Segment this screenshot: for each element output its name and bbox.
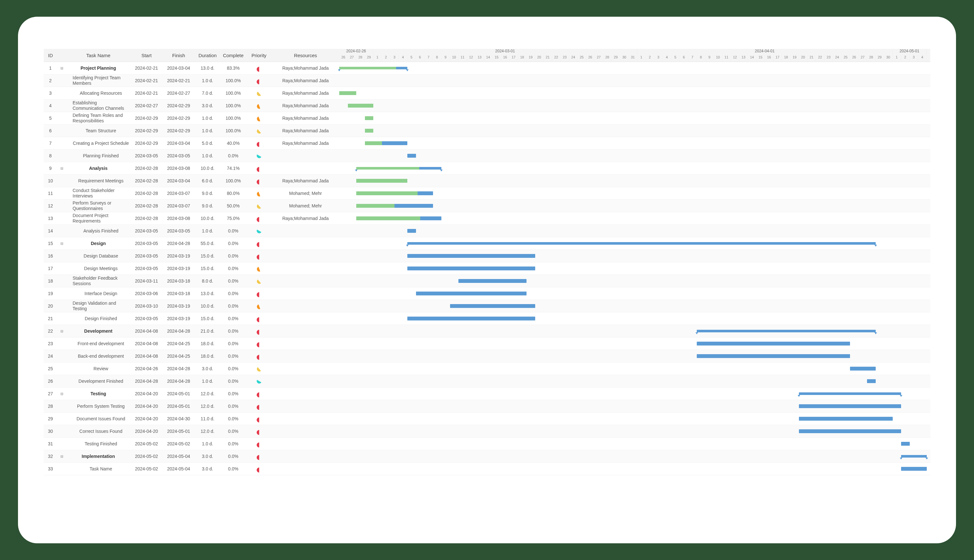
cell-resources[interactable] <box>272 287 339 300</box>
cell-resources[interactable] <box>272 450 339 462</box>
gantt-task-bar[interactable] <box>416 292 527 295</box>
cell-task-name[interactable]: Correct Issues Found <box>66 425 130 437</box>
cell-resources[interactable] <box>272 337 339 350</box>
table-row[interactable]: 6Team Structure2024-02-292024-02-291.0 d… <box>44 125 930 137</box>
cell-complete[interactable]: 0.0% <box>220 237 246 250</box>
cell-duration[interactable]: 12.0 d. <box>195 425 220 437</box>
cell-complete[interactable]: 50.0% <box>220 200 246 212</box>
timeline-cell[interactable] <box>339 100 930 112</box>
cell-priority[interactable] <box>246 187 272 199</box>
cell-resources[interactable]: Raya;Mohammad Jada <box>272 87 339 99</box>
expand-toggle[interactable]: ⊟ <box>57 162 66 174</box>
cell-resources[interactable]: Raya;Mohammad Jada <box>272 137 339 149</box>
cell-duration[interactable]: 13.0 d. <box>195 287 220 300</box>
cell-start[interactable]: 2024-03-05 <box>130 250 163 262</box>
cell-resources[interactable]: Raya;Mohammad Jada <box>272 62 339 74</box>
cell-priority[interactable] <box>246 325 272 337</box>
gantt-task-bar[interactable] <box>850 367 876 370</box>
table-row[interactable]: 13Document Project Requirements2024-02-2… <box>44 212 930 225</box>
gantt-task-bar[interactable] <box>407 229 416 233</box>
col-complete[interactable]: Complete <box>220 49 246 62</box>
cell-priority[interactable] <box>246 425 272 437</box>
cell-resources[interactable] <box>272 463 339 475</box>
cell-task-name[interactable]: Conduct Stakeholder Interviews <box>66 187 130 199</box>
cell-task-name[interactable]: Identifying Project Team Members <box>66 75 130 87</box>
cell-duration[interactable]: 7.0 d. <box>195 87 220 99</box>
cell-priority[interactable] <box>246 237 272 250</box>
cell-finish[interactable]: 2024-03-08 <box>163 162 195 174</box>
cell-start[interactable]: 2024-05-02 <box>130 438 163 450</box>
cell-duration[interactable]: 5.0 d. <box>195 137 220 149</box>
table-row[interactable]: 20Design Validation and Testing2024-03-1… <box>44 300 930 312</box>
cell-complete[interactable]: 0.0% <box>220 425 246 437</box>
cell-priority[interactable] <box>246 438 272 450</box>
cell-priority[interactable] <box>246 388 272 400</box>
timeline-cell[interactable] <box>339 363 930 375</box>
timeline-cell[interactable] <box>339 112 930 124</box>
timeline-cell[interactable] <box>339 438 930 450</box>
cell-finish[interactable]: 2024-03-05 <box>163 225 195 237</box>
cell-finish[interactable]: 2024-04-28 <box>163 375 195 387</box>
cell-finish[interactable]: 2024-03-08 <box>163 212 195 225</box>
cell-complete[interactable]: 0.0% <box>220 300 246 312</box>
cell-resources[interactable] <box>272 250 339 262</box>
gantt-task-bar[interactable] <box>799 417 893 421</box>
col-task[interactable]: Task Name <box>66 49 130 62</box>
cell-resources[interactable]: Raya;Mohammad Jada <box>272 125 339 137</box>
cell-finish[interactable]: 2024-03-19 <box>163 262 195 275</box>
cell-task-name[interactable]: Front-end development <box>66 337 130 350</box>
table-row[interactable]: 26Development Finished2024-04-282024-04-… <box>44 375 930 388</box>
table-row[interactable]: 27⊟Testing2024-04-202024-05-0112.0 d.0.0… <box>44 388 930 400</box>
cell-duration[interactable]: 15.0 d. <box>195 262 220 275</box>
gantt-summary-bar[interactable] <box>697 330 876 332</box>
cell-complete[interactable]: 0.0% <box>220 450 246 462</box>
cell-priority[interactable] <box>246 87 272 99</box>
cell-start[interactable]: 2024-02-28 <box>130 212 163 225</box>
gantt-task-bar[interactable] <box>339 91 356 95</box>
col-id[interactable]: ID <box>44 49 57 62</box>
cell-resources[interactable]: Mohamed; Mehr <box>272 200 339 212</box>
cell-priority[interactable] <box>246 162 272 174</box>
cell-finish[interactable]: 2024-03-04 <box>163 62 195 74</box>
gantt-task-bar[interactable] <box>407 317 535 320</box>
table-row[interactable]: 23Front-end development2024-04-082024-04… <box>44 337 930 350</box>
timeline-cell[interactable] <box>339 150 930 162</box>
table-row[interactable]: 22⊟Development2024-04-082024-04-2821.0 d… <box>44 325 930 337</box>
cell-task-name[interactable]: Perform System Testing <box>66 400 130 412</box>
cell-complete[interactable]: 74.1% <box>220 162 246 174</box>
cell-complete[interactable]: 100.0% <box>220 87 246 99</box>
timeline-cell[interactable] <box>339 463 930 475</box>
cell-priority[interactable] <box>246 225 272 237</box>
cell-task-name[interactable]: Development <box>66 325 130 337</box>
cell-finish[interactable]: 2024-04-30 <box>163 413 195 425</box>
cell-finish[interactable]: 2024-03-04 <box>163 137 195 149</box>
cell-priority[interactable] <box>246 75 272 87</box>
cell-start[interactable]: 2024-02-28 <box>130 162 163 174</box>
cell-task-name[interactable]: Back-end development <box>66 350 130 362</box>
cell-complete[interactable]: 0.0% <box>220 150 246 162</box>
cell-duration[interactable]: 15.0 d. <box>195 250 220 262</box>
cell-start[interactable]: 2024-02-21 <box>130 87 163 99</box>
cell-priority[interactable] <box>246 137 272 149</box>
cell-complete[interactable]: 0.0% <box>220 363 246 375</box>
col-duration[interactable]: Duration <box>195 49 220 62</box>
cell-resources[interactable] <box>272 162 339 174</box>
timeline-cell[interactable] <box>339 413 930 425</box>
gantt-task-bar[interactable] <box>407 267 535 270</box>
cell-priority[interactable] <box>246 112 272 124</box>
cell-start[interactable]: 2024-02-29 <box>130 112 163 124</box>
cell-start[interactable]: 2024-04-26 <box>130 363 163 375</box>
gantt-task-bar[interactable] <box>356 204 433 208</box>
table-row[interactable]: 12Perform Surveys or Questionnaires2024-… <box>44 200 930 212</box>
cell-priority[interactable] <box>246 125 272 137</box>
table-row[interactable]: 10Requirement Meetings2024-02-282024-03-… <box>44 175 930 187</box>
cell-finish[interactable]: 2024-03-19 <box>163 250 195 262</box>
cell-duration[interactable]: 3.0 d. <box>195 363 220 375</box>
gantt-summary-bar[interactable] <box>339 67 407 69</box>
table-row[interactable]: 8Planning Finished2024-03-052024-03-051.… <box>44 150 930 162</box>
cell-task-name[interactable]: Defining Team Roles and Responsibilities <box>66 112 130 124</box>
gantt-task-bar[interactable] <box>799 429 901 433</box>
table-row[interactable]: 19Interface Design2024-03-062024-03-1813… <box>44 287 930 300</box>
cell-finish[interactable]: 2024-04-28 <box>163 237 195 250</box>
cell-complete[interactable]: 100.0% <box>220 125 246 137</box>
